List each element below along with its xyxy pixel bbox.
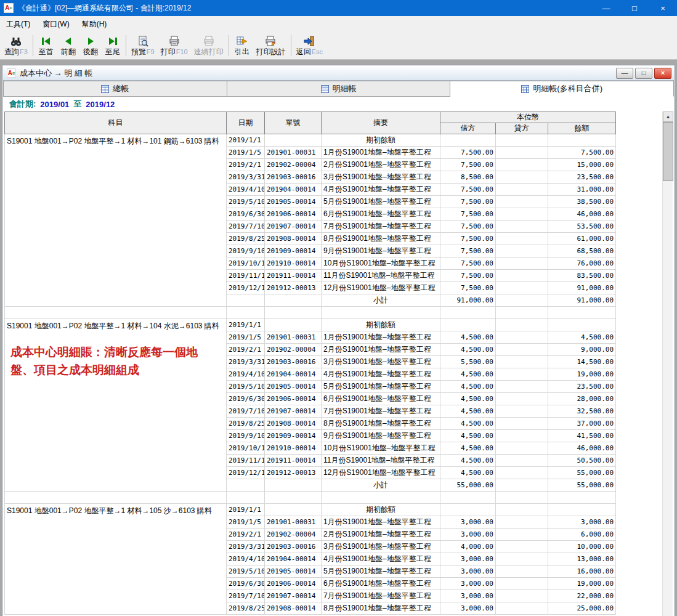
doc-cell: 201908-00014	[265, 418, 322, 430]
balance-cell: 53,500.00	[548, 221, 616, 233]
tab-detail-ledger[interactable]: 明細帳	[227, 81, 451, 97]
maximize-button[interactable]: □	[620, 0, 649, 16]
date-cell: 2019/9/10	[227, 430, 265, 442]
next-page-icon	[84, 35, 97, 47]
toolbar-next-button[interactable]: 後翻	[79, 32, 102, 59]
child-restore-button[interactable]: □	[635, 68, 652, 79]
debit-cell: 4,500.00	[440, 381, 496, 393]
credit-cell	[496, 479, 548, 492]
toolbar-continuous-print-button[interactable]: 連續打印	[191, 32, 227, 59]
debit-cell: 4,500.00	[440, 368, 496, 381]
balance-cell: 61,000.00	[548, 233, 616, 245]
menu-window[interactable]: 窗口(W)	[36, 16, 75, 32]
balance-cell: 32,500.00	[548, 405, 616, 418]
debit-cell: 7,500.00	[440, 270, 496, 282]
continuous-printer-icon	[203, 35, 215, 47]
credit-cell	[496, 578, 548, 590]
table-row[interactable]: S19001 地盤001→P02 地盤平整→1 材料→104 水泥→6103 購…	[5, 319, 616, 331]
child-close-button[interactable]: ×	[654, 68, 671, 79]
debit-cell: 4,500.00	[440, 331, 496, 344]
credit-cell	[496, 442, 548, 455]
scrollbar-thumb[interactable]	[663, 122, 673, 181]
balance-cell: 22,000.00	[548, 590, 616, 602]
debit-cell: 7,500.00	[440, 208, 496, 221]
credit-cell	[496, 405, 548, 418]
table-row[interactable]: S19001 地盤001→P02 地盤平整→1 材料→101 鋼筋→6103 購…	[5, 134, 616, 147]
date-cell: 2019/11/10	[227, 270, 265, 282]
debit-cell: 3,000.00	[440, 590, 496, 602]
balance-cell: 6,000.00	[548, 529, 616, 541]
menu-tools[interactable]: 工具(T)	[0, 16, 36, 32]
credit-cell	[496, 257, 548, 270]
app-logo-icon: Ac	[4, 3, 14, 13]
vertical-scrollbar[interactable]: ▲ ▼	[662, 111, 673, 616]
minimize-button[interactable]: —	[592, 0, 620, 16]
summary-cell: 5月份S19001地盤–地盤平整工程	[322, 565, 440, 578]
tab-detail-ledger-merged[interactable]: 明細帳(多科目合併)	[450, 81, 674, 97]
credit-cell	[496, 270, 548, 282]
close-button[interactable]: ×	[649, 0, 677, 16]
toolbar-first-button[interactable]: 至首	[35, 32, 57, 59]
date-cell: 2019/8/25	[227, 233, 265, 245]
credit-cell	[496, 282, 548, 294]
toolbar-preview-button[interactable]: 預覽F9	[128, 32, 158, 59]
doc-cell: 201904-00014	[265, 184, 322, 196]
summary-cell: 9月份S19001地盤–地盤平整工程	[322, 245, 440, 257]
menu-help[interactable]: 幫助(H)	[76, 16, 113, 32]
credit-cell	[496, 319, 548, 331]
debit-cell: 91,000.00	[440, 294, 496, 307]
summary-cell: 10月份S19001地盤–地盤平整工程	[322, 257, 440, 270]
date-cell: 2019/7/10	[227, 405, 265, 418]
tab-general-ledger[interactable]: 總帳	[3, 81, 227, 97]
credit-cell	[496, 393, 548, 405]
last-page-icon	[107, 35, 119, 47]
doc-cell: 201903-00016	[265, 356, 322, 368]
debit-cell: 4,500.00	[440, 455, 496, 467]
credit-cell	[496, 134, 548, 147]
toolbar-print-button[interactable]: 打印F10	[158, 32, 191, 59]
date-cell: 2019/4/10	[227, 368, 265, 381]
summary-cell: 5月份S19001地盤–地盤平整工程	[322, 196, 440, 208]
doc-cell	[265, 479, 322, 492]
debit-cell: 8,500.00	[440, 171, 496, 184]
first-page-icon	[40, 35, 52, 47]
credit-cell	[496, 504, 548, 516]
summary-cell: 1月份S19001地盤–地盤平整工程	[322, 516, 440, 529]
toolbar-print-design-label: 打印設計	[256, 47, 286, 56]
summary-cell: 期初餘額	[322, 504, 440, 516]
toolbar-prev-button[interactable]: 前翻	[57, 32, 79, 59]
group-spacer-row	[5, 492, 616, 504]
toolbar-print-design-button[interactable]: 打印設計	[253, 32, 289, 59]
period-to-value: 2019/12	[86, 100, 115, 109]
date-cell: 2019/10/10	[227, 257, 265, 270]
doc-cell: 201905-00014	[265, 565, 322, 578]
child-minimize-button[interactable]: —	[616, 68, 633, 79]
print-design-icon	[265, 35, 277, 47]
period-to-word: 至	[73, 99, 81, 110]
toolbar-last-button[interactable]: 至尾	[102, 32, 124, 59]
table-row[interactable]: S19001 地盤001→P02 地盤平整→1 材料→105 沙→6103 購料…	[5, 504, 616, 516]
debit-cell: 3,000.00	[440, 565, 496, 578]
doc-cell: 201910-00014	[265, 442, 322, 455]
debit-cell: 4,000.00	[440, 541, 496, 553]
summary-cell: 8月份S19001地盤–地盤平整工程	[322, 602, 440, 615]
toolbar-separator	[229, 35, 229, 56]
annotation-text: 成本中心明細賬：清晰反應每一個地盤、項目之成本明細組成	[10, 343, 220, 379]
date-cell: 2019/2/1	[227, 159, 265, 171]
credit-cell	[496, 171, 548, 184]
credit-cell	[496, 516, 548, 529]
debit-cell: 4,500.00	[440, 405, 496, 418]
summary-cell: 8月份S19001地盤–地盤平整工程	[322, 233, 440, 245]
toolbar-query-button[interactable]: 查詢F3	[1, 32, 31, 59]
column-header-subject: 科目	[5, 112, 227, 134]
column-header-debit: 借方	[440, 123, 496, 134]
debit-cell: 7,500.00	[440, 147, 496, 159]
balance-cell: 91,000.00	[548, 294, 616, 307]
scroll-up-arrow-icon[interactable]: ▲	[663, 111, 673, 122]
date-cell: 2019/8/25	[227, 602, 265, 615]
toolbar-export-button[interactable]: 引出	[231, 32, 253, 59]
balance-cell	[548, 319, 616, 331]
date-cell: 2019/12/10	[227, 467, 265, 479]
toolbar-back-button[interactable]: 返回Esc	[293, 32, 326, 59]
doc-cell: 201903-00016	[265, 171, 322, 184]
